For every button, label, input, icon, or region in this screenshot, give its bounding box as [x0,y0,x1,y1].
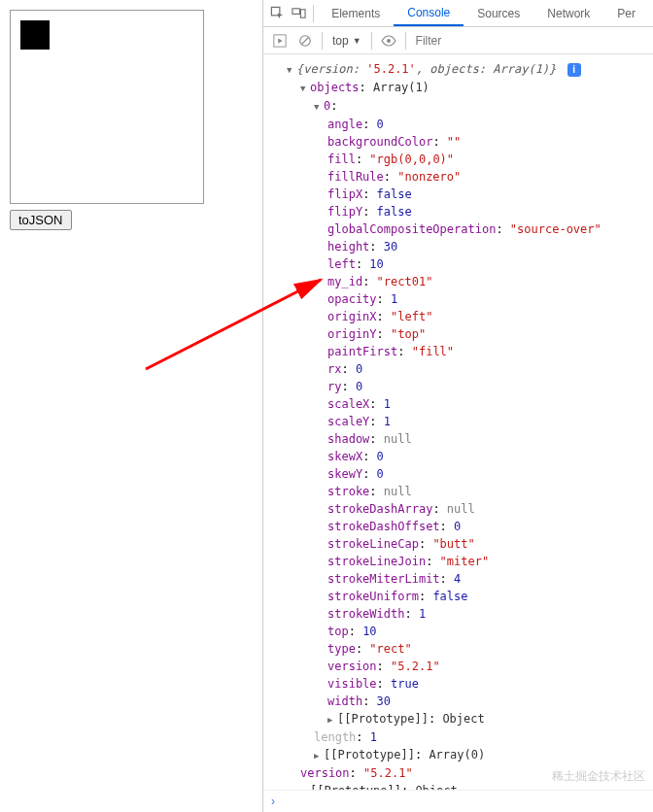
console-row[interactable]: rx: 0 [271,360,653,378]
console-toolbar: top ▼ [263,27,653,54]
tojson-button[interactable]: toJSON [10,210,72,230]
device-toggle-icon[interactable] [289,1,310,26]
canvas-black-rect[interactable] [20,20,50,50]
watermark: 稀土掘金技术社区 [552,768,645,785]
console-row[interactable]: strokeDashArray: null [271,500,653,518]
console-row[interactable]: originY: "top" [271,325,653,343]
devtools-toolbar: ElementsConsoleSourcesNetworkPer [263,0,653,27]
console-output[interactable]: {version: '5.2.1', objects: Array(1)} io… [263,54,653,790]
eye-icon[interactable] [376,28,401,53]
console-row[interactable]: strokeLineJoin: "miter" [271,553,653,570]
console-row[interactable]: ry: 0 [271,378,653,395]
console-row[interactable]: skewY: 0 [271,465,653,483]
console-row[interactable]: [[Prototype]]: Array(0) [271,746,653,764]
canvas-area[interactable] [10,10,204,204]
console-row[interactable]: stroke: null [271,483,653,500]
console-row[interactable]: my_id: "rect01" [271,273,653,290]
console-row[interactable]: strokeDashOffset: 0 [271,518,653,535]
console-row[interactable]: globalCompositeOperation: "source-over" [271,220,653,238]
console-prompt[interactable]: › [263,790,653,812]
console-row[interactable]: paintFirst: "fill" [271,343,653,360]
tab-per[interactable]: Per [603,0,649,26]
console-row[interactable]: flipX: false [271,186,653,203]
console-row[interactable]: left: 10 [271,255,653,273]
tab-network[interactable]: Network [533,0,603,26]
console-row[interactable]: originX: "left" [271,308,653,325]
console-row[interactable]: angle: 0 [271,116,653,133]
context-selector[interactable]: top ▼ [326,34,367,48]
console-row[interactable]: backgroundColor: "" [271,133,653,151]
console-row[interactable]: skewX: 0 [271,448,653,465]
console-row[interactable]: scaleX: 1 [271,395,653,413]
filter-input[interactable] [410,34,649,48]
console-row[interactable]: width: 30 [271,693,653,710]
execution-play-icon[interactable] [267,28,292,53]
svg-rect-1 [292,9,300,15]
devtools-panel: ElementsConsoleSourcesNetworkPer top ▼ {… [262,0,653,812]
console-row[interactable]: [[Prototype]]: Object [271,710,653,728]
svg-point-6 [387,39,391,43]
console-row[interactable]: fill: "rgb(0,0,0)" [271,151,653,168]
chevron-down-icon: ▼ [353,36,361,46]
console-row[interactable]: type: "rect" [271,640,653,658]
tab-elements[interactable]: Elements [318,0,394,26]
console-row[interactable]: strokeLineCap: "butt" [271,535,653,553]
tab-sources[interactable]: Sources [464,0,533,26]
clear-console-icon[interactable] [292,28,318,53]
context-label: top [332,34,349,48]
console-row[interactable]: {version: '5.2.1', objects: Array(1)} i [271,60,653,79]
console-row[interactable]: 0: [271,97,653,116]
console-row[interactable]: flipY: false [271,203,653,220]
console-row[interactable]: top: 10 [271,623,653,640]
inspect-icon[interactable] [267,1,289,26]
console-row[interactable]: shadow: null [271,430,653,448]
console-row[interactable]: version: "5.2.1" [271,658,653,675]
console-row[interactable]: objects: Array(1) [271,79,653,97]
tab-console[interactable]: Console [394,0,464,26]
svg-line-5 [302,37,309,44]
console-row[interactable]: strokeMiterLimit: 4 [271,570,653,588]
console-row[interactable]: opacity: 1 [271,290,653,308]
info-badge-icon: i [567,63,581,77]
console-row[interactable]: height: 30 [271,238,653,255]
console-row[interactable]: strokeWidth: 1 [271,605,653,623]
console-row[interactable]: strokeUniform: false [271,588,653,605]
console-row[interactable]: visible: true [271,675,653,693]
console-row[interactable]: fillRule: "nonzero" [271,168,653,186]
console-row[interactable]: scaleY: 1 [271,413,653,430]
console-row[interactable]: length: 1 [271,728,653,746]
svg-rect-2 [300,10,305,17]
